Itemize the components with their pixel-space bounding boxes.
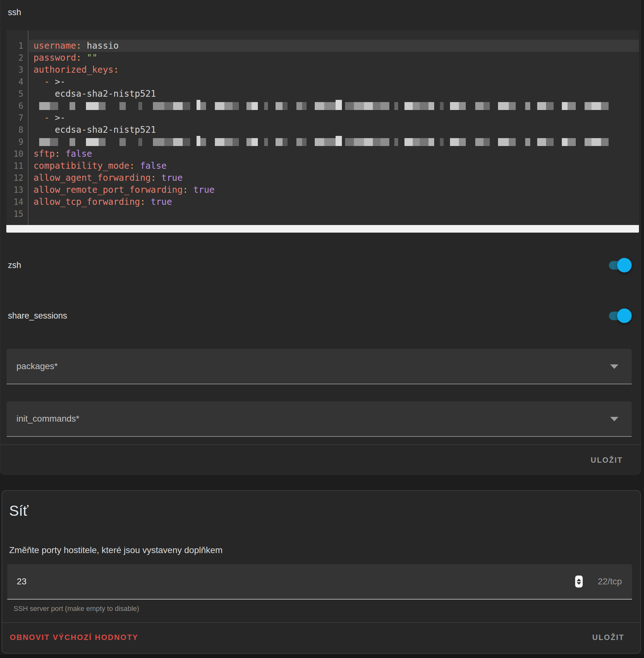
packages-select[interactable]: packages* <box>7 349 632 384</box>
save-button[interactable]: ULOŽIT <box>591 456 623 464</box>
line-number: 5 <box>6 88 28 100</box>
editor-line[interactable]: sftp: false <box>29 148 639 160</box>
options-card: ssh 123456789101112131415 username: hass… <box>0 0 641 475</box>
port-mapping-suffix: 22/tcp <box>598 576 622 587</box>
stepper-down-icon[interactable] <box>577 582 581 585</box>
editor-line[interactable] <box>29 208 639 220</box>
editor-line-redacted[interactable] <box>29 100 639 112</box>
redacted-key <box>39 100 608 112</box>
editor-line-redacted[interactable] <box>29 136 639 148</box>
packages-label: packages* <box>17 361 58 371</box>
line-number: 8 <box>6 124 28 136</box>
editor-line[interactable]: allow_remote_port_forwarding: true <box>29 184 639 196</box>
editor-line[interactable]: ecdsa-sha2-nistp521 <box>29 124 639 136</box>
editor-line[interactable]: - >- <box>29 112 639 124</box>
redacted-key <box>39 136 608 148</box>
line-number: 13 <box>6 184 28 196</box>
number-stepper-icon[interactable] <box>575 575 583 588</box>
chevron-down-icon <box>610 417 618 421</box>
save-button-network[interactable]: ULOŽIT <box>592 633 624 642</box>
line-number: 9 <box>6 136 28 148</box>
port-input[interactable]: 23 22/tcp <box>7 564 632 599</box>
share-sessions-toggle[interactable] <box>609 309 632 323</box>
editor-line[interactable]: - >- <box>29 76 639 88</box>
line-number: 4 <box>6 76 28 88</box>
zsh-toggle[interactable] <box>609 258 632 272</box>
page-bottom-strip <box>0 655 644 658</box>
editor-line[interactable]: allow_tcp_forwarding: true <box>29 196 639 208</box>
chevron-down-icon <box>610 364 618 369</box>
zsh-option-label: zsh <box>8 260 21 270</box>
editor-line[interactable]: password: "" <box>29 52 639 64</box>
reset-defaults-button[interactable]: OBNOVIT VÝCHOZÍ HODNOTY <box>10 633 138 642</box>
yaml-editor[interactable]: 123456789101112131415 username: hassiopa… <box>6 30 639 233</box>
card-actions-divider <box>0 444 641 445</box>
editor-line[interactable]: allow_agent_forwarding: true <box>29 172 639 184</box>
editor-line[interactable]: authorized_keys: <box>29 64 639 76</box>
port-helper-text: SSH server port (make empty to disable) <box>14 605 139 613</box>
line-number: 15 <box>6 208 28 220</box>
init-commands-select[interactable]: init_commands* <box>7 401 632 437</box>
editor-horizontal-scrollbar[interactable] <box>6 225 639 233</box>
stepper-up-icon[interactable] <box>577 579 581 581</box>
ssh-option-label: ssh <box>8 7 21 17</box>
line-number: 10 <box>6 148 28 160</box>
network-card: Síť Změňte porty hostitele, které jsou v… <box>2 490 641 654</box>
line-number: 3 <box>6 64 28 76</box>
editor-gutter: 123456789101112131415 <box>6 30 28 225</box>
editor-code-area[interactable]: username: hassiopassword: ""authorized_k… <box>29 30 639 225</box>
editor-line[interactable]: ecdsa-sha2-nistp521 <box>29 88 639 100</box>
line-number: 11 <box>6 160 28 172</box>
line-number: 2 <box>6 52 28 64</box>
port-value[interactable]: 23 <box>17 576 26 587</box>
toggle-thumb <box>617 309 632 323</box>
editor-line[interactable]: username: hassio <box>29 40 639 52</box>
card-actions-divider <box>2 622 640 623</box>
line-number: 7 <box>6 112 28 124</box>
editor-line[interactable]: compatibility_mode: false <box>29 160 639 172</box>
line-number: 12 <box>6 172 28 184</box>
line-number: 1 <box>6 40 28 52</box>
line-number: 14 <box>6 196 28 208</box>
toggle-thumb <box>617 258 632 272</box>
network-description: Změňte porty hostitele, které jsou vysta… <box>9 545 223 555</box>
init-commands-label: init_commands* <box>17 414 79 424</box>
share-sessions-label: share_sessions <box>8 311 67 320</box>
line-number: 6 <box>6 100 28 112</box>
network-title: Síť <box>9 502 28 519</box>
